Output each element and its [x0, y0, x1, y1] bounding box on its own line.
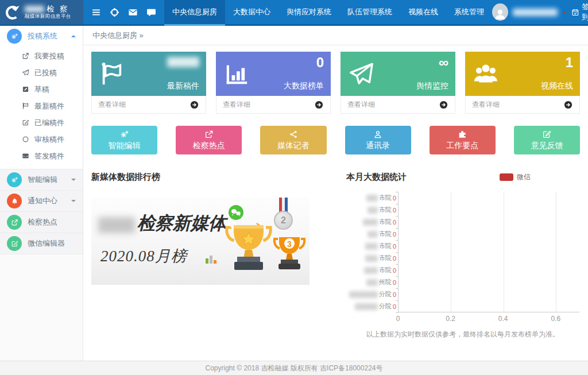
sidebar-item-label: 签发稿件 — [34, 151, 64, 161]
bell-icon — [7, 194, 22, 208]
chevron-down-icon[interactable] — [71, 200, 76, 204]
user-avatar[interactable] — [492, 3, 508, 21]
card-value: 1 — [566, 55, 573, 71]
y-axis-tick — [396, 192, 399, 192]
quick-buttons-row: 智能编辑检察热点媒体记者通讯录工作要点意见反馈 — [91, 126, 580, 154]
banner-headline: 检察新媒体 — [137, 211, 226, 235]
app-window: 检 察 融媒体新闻信息平台 中央信息厨房大数据中心舆情应对系统队伍管理系统视频在… — [0, 0, 588, 375]
view-detail-link[interactable]: 查看详细 — [465, 96, 580, 114]
sidebar-group-1[interactable]: 通知中心 — [0, 191, 83, 212]
chart-disclaimer: 以上数据为实时数据仅供参考，最终排名以每月发布榜单为准。 — [346, 330, 579, 339]
chart-category-row-1: 市院0 — [346, 204, 398, 216]
quick-button-1[interactable]: 检察热点 — [176, 126, 242, 154]
card-label: 舆情监控 — [416, 81, 448, 91]
nav-item-0[interactable]: 中央信息厨房 — [164, 0, 225, 24]
view-detail-label: 查看详细 — [472, 100, 500, 110]
sidebar-group-0[interactable]: 智能编辑 — [0, 169, 83, 191]
y-axis-tick — [396, 204, 399, 204]
chart-category-label: 分院 — [379, 302, 392, 311]
quick-button-2[interactable]: 媒体记者 — [260, 126, 326, 154]
target-icon[interactable] — [110, 7, 119, 17]
chevron-up-icon[interactable] — [71, 33, 76, 37]
sidebar-group-label: 智能编辑 — [28, 175, 57, 185]
external-link-icon — [204, 130, 214, 139]
sidebar-item-1[interactable]: 已投稿 — [0, 64, 83, 81]
sidebar-item-5[interactable]: 审核稿件 — [0, 131, 83, 148]
ranking-panel: 新媒体数据排行榜 检察新媒体 2020.08月榜 — [91, 172, 339, 339]
chart-category-row-5: 市院0 — [346, 252, 398, 264]
sidebar-item-2[interactable]: 草稿 — [0, 81, 83, 98]
edit-icon — [22, 119, 29, 126]
chart-category-row-3: 市院0 — [346, 228, 398, 240]
sidebar-group-label: 微信编辑器 — [28, 238, 65, 249]
banner-masked-prefix — [98, 217, 135, 233]
chevron-down-icon[interactable] — [71, 179, 76, 183]
quick-button-label: 智能编辑 — [109, 141, 141, 151]
x-tick-label: 0.4 — [498, 315, 508, 323]
y-axis-tick — [396, 276, 399, 277]
mail-icon[interactable] — [128, 7, 138, 17]
gridline — [556, 192, 556, 312]
ranking-banner[interactable]: 检察新媒体 2020.08月榜 — [91, 198, 310, 285]
chart-plot-area — [398, 192, 579, 312]
sidebar-item-3[interactable]: 最新稿件 — [0, 98, 83, 114]
masked-category-prefix — [365, 243, 378, 250]
bar-chart: 市院0市院0市院0市院0市院0市院0市院0州院0分院0分院0 — [346, 192, 580, 312]
legend-swatch — [500, 173, 513, 181]
view-detail-link[interactable]: 查看详细 — [91, 96, 206, 114]
chart-category-row-0: 市院0 — [346, 192, 398, 204]
brand-subtitle: 融媒体新闻信息平台 — [25, 14, 71, 20]
quick-button-label: 媒体记者 — [277, 141, 310, 151]
nav-item-2[interactable]: 舆情应对系统 — [278, 0, 339, 24]
quick-button-0[interactable]: 智能编辑 — [91, 126, 157, 154]
gridline — [451, 192, 451, 312]
sidebar-item-0[interactable]: 我要投稿 — [0, 48, 83, 64]
nav-item-5[interactable]: 系统管理 — [446, 0, 492, 24]
view-detail-label: 查看详细 — [347, 100, 375, 110]
quick-button-4[interactable]: 工作要点 — [430, 126, 496, 154]
flag-icon — [22, 102, 29, 110]
user-caret-icon[interactable] — [562, 11, 567, 16]
quick-button-3[interactable]: 通讯录 — [345, 126, 411, 154]
external-link-icon — [11, 219, 18, 226]
nav-item-4[interactable]: 视频在线 — [400, 0, 446, 24]
users-icon — [473, 61, 499, 87]
gridline — [504, 192, 504, 312]
sidebar-group-3[interactable]: 微信编辑器 — [0, 233, 83, 254]
sidebar-group-submission[interactable]: 投稿系统 — [0, 26, 83, 47]
sidebar-item-6[interactable]: 签发稿件 — [0, 148, 83, 164]
sidebar-group-label: 投稿系统 — [28, 31, 57, 41]
brand-block[interactable]: 检 察 融媒体新闻信息平台 — [0, 0, 83, 24]
arrow-circle-icon — [439, 100, 448, 110]
menu-toggle-icon[interactable] — [91, 7, 101, 17]
breadcrumb-link[interactable]: 中央信息厨房 » — [92, 30, 144, 41]
view-detail-link[interactable]: 查看详细 — [216, 96, 331, 114]
x-tick-label: 0.2 — [446, 315, 455, 323]
x-tick-label: 0.6 — [551, 315, 560, 323]
chart-category-label: 市院 — [379, 218, 392, 226]
chart-value-label: 0 — [393, 267, 396, 274]
sidebar-group-label: 检察热点 — [28, 217, 57, 227]
stat-card-0: 最新稿件查看详细 — [91, 52, 206, 114]
chat-icon[interactable] — [146, 7, 156, 17]
view-detail-label: 查看详细 — [98, 100, 126, 110]
external-link-icon — [22, 52, 29, 60]
view-detail-link[interactable]: 查看详细 — [341, 96, 455, 114]
quick-button-5[interactable]: 意见反馈 — [514, 126, 580, 154]
signin-button[interactable]: 签到 — [571, 2, 588, 22]
chart-legend[interactable]: 微信 — [500, 172, 531, 182]
stat-card-top[interactable]: 1视频在线 — [465, 52, 580, 96]
banner-subline: 2020.08月榜 — [100, 246, 187, 266]
stat-card-top[interactable]: 0大数据榜单 — [216, 52, 331, 96]
dashboard-body: 最新稿件查看详细0大数据榜单查看详细∞舆情监控查看详细1视频在线查看详细 智能编… — [83, 45, 588, 361]
nav-item-1[interactable]: 大数据中心 — [225, 0, 278, 24]
stats-panel: 本月大数据统计 微信 市院0市院0市院0市院0市院0市院0市院0州院0分院0分院… — [339, 172, 580, 339]
sidebar-group-2[interactable]: 检察热点 — [0, 212, 83, 233]
nav-item-3[interactable]: 队伍管理系统 — [339, 0, 400, 24]
stat-card-top[interactable]: ∞舆情监控 — [341, 52, 455, 96]
sidebar-item-4[interactable]: 已编稿件 — [0, 114, 83, 131]
top-navbar: 检 察 融媒体新闻信息平台 中央信息厨房大数据中心舆情应对系统队伍管理系统视频在… — [0, 0, 588, 26]
sidebar-item-label: 草稿 — [34, 84, 49, 95]
stat-card-top[interactable]: 最新稿件 — [91, 52, 206, 96]
edit-icon — [11, 240, 18, 248]
